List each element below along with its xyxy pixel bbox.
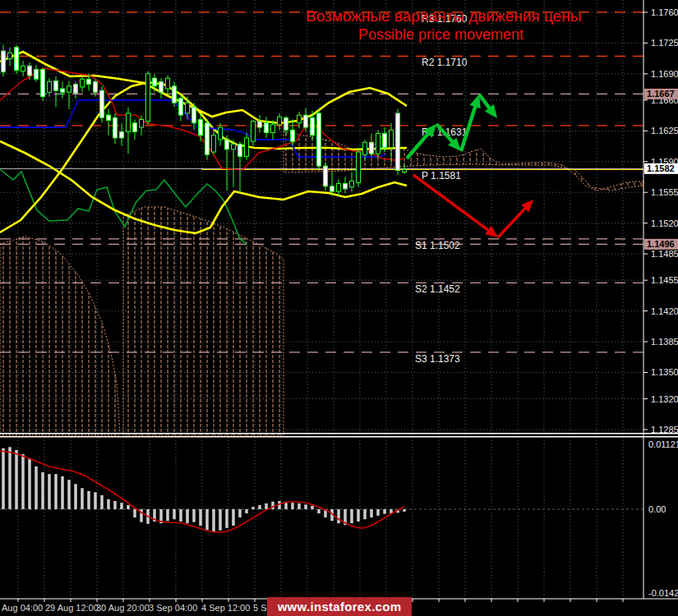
candle-body xyxy=(317,113,321,166)
candle-body xyxy=(179,99,183,115)
pivot-s1-label: S1 1.1502 xyxy=(415,240,460,251)
macd-histogram-bar xyxy=(258,505,261,509)
macd-histogram-bar xyxy=(205,509,209,530)
candle-body xyxy=(81,79,85,87)
candle-body xyxy=(133,123,137,132)
candle-body xyxy=(100,90,104,117)
time-tick-label: 29 Aug 12:00 xyxy=(45,603,99,613)
candle-body xyxy=(390,130,394,147)
macd-histogram-bar xyxy=(317,509,321,513)
macd-histogram-bar xyxy=(297,503,301,509)
annotation-title-en: Possible price movement xyxy=(358,26,523,44)
senkou-span-area xyxy=(123,207,284,435)
price-tick-label: 1.1760 xyxy=(651,7,678,17)
candle-body xyxy=(271,125,275,133)
candle-body xyxy=(186,103,190,113)
candle-body xyxy=(344,184,348,189)
price-tick-label: 1.1385 xyxy=(651,337,678,347)
candle-body xyxy=(127,113,131,131)
candle-body xyxy=(87,79,91,84)
candle-body xyxy=(291,130,295,141)
candle-body xyxy=(8,53,12,58)
price-tick-label: 1.1320 xyxy=(651,394,678,404)
macd-histogram-bar xyxy=(350,509,353,523)
candle-body xyxy=(370,142,374,154)
candle-body xyxy=(67,86,71,92)
candle-body xyxy=(337,184,341,192)
macd-histogram-bar xyxy=(357,509,360,522)
candle-body xyxy=(15,48,19,71)
macd-histogram-bar xyxy=(179,509,182,522)
panel-separator xyxy=(0,433,678,434)
macd-histogram-bar xyxy=(166,509,169,521)
candle-body xyxy=(383,134,387,148)
macd-histogram-bar xyxy=(311,506,314,509)
candle-body xyxy=(120,131,124,137)
candle-body xyxy=(219,127,223,140)
macd-histogram-bar xyxy=(127,505,130,509)
candle-body xyxy=(311,117,315,135)
candle-body xyxy=(297,115,302,123)
macd-histogram-bar xyxy=(199,509,202,526)
candle-body xyxy=(173,86,177,103)
macd-histogram-bar xyxy=(251,507,255,509)
candle-body xyxy=(107,115,111,120)
candle-body xyxy=(2,51,6,72)
price-tick-label: 1.1455 xyxy=(651,275,678,285)
candle-body xyxy=(278,117,282,125)
pivot-s2-label: S2 1.1452 xyxy=(415,283,460,295)
macd-histogram-bar xyxy=(212,509,215,532)
price-tick-label: 1.1725 xyxy=(651,38,678,48)
candle-body xyxy=(304,115,308,127)
price-chart-surface[interactable]: R3 1.1760R2 1.1710R1 1.1631P 1.1581S1 1.… xyxy=(0,0,678,616)
candle-body xyxy=(35,69,39,79)
candle-body xyxy=(238,144,242,156)
macd-scale-label: 0.01121 xyxy=(648,439,678,449)
macd-signal-line xyxy=(0,451,404,532)
candle-body xyxy=(48,81,52,92)
price-tick-label: 1.1690 xyxy=(651,69,678,79)
macd-histogram-bar xyxy=(225,509,228,528)
macd-histogram-bar xyxy=(48,474,51,509)
price-tick-label: 1.1285 xyxy=(651,425,678,434)
price-tick-label: 1.1555 xyxy=(651,187,678,197)
macd-histogram-bar xyxy=(245,509,248,513)
macd-histogram-bar xyxy=(370,509,373,517)
macd-histogram-bar xyxy=(15,450,18,509)
candle-body xyxy=(21,66,25,71)
macd-histogram-bar xyxy=(81,488,84,509)
candle-body xyxy=(232,144,236,149)
candle-body xyxy=(113,117,118,138)
macd-histogram-bar xyxy=(304,504,307,509)
macd-panel xyxy=(0,433,678,532)
macd-histogram-bar xyxy=(113,501,117,509)
macd-histogram-bar xyxy=(120,503,123,509)
candle-body xyxy=(159,81,164,92)
macd-histogram-bar xyxy=(232,509,235,526)
candle-body xyxy=(403,169,407,172)
candle-body xyxy=(258,122,262,127)
annotation-title-ru: Возможные варианты движения цены xyxy=(306,7,581,25)
candle-body xyxy=(199,119,203,135)
candle-body xyxy=(166,78,170,89)
macd-histogram-bar xyxy=(87,491,90,509)
candle-body xyxy=(350,181,354,186)
macd-histogram-bar xyxy=(271,502,274,509)
candle-body xyxy=(357,152,361,182)
candle-body xyxy=(153,78,157,86)
candle-body xyxy=(324,166,328,186)
candle-body xyxy=(94,81,98,92)
time-tick-label: 3 Sep 04:00 xyxy=(149,603,197,613)
bearish-scenario-arrow xyxy=(413,175,492,233)
macd-histogram-bar xyxy=(94,492,97,509)
pivot-p-label: P 1.1581 xyxy=(422,170,461,182)
pivot-r2-label: R2 1.1710 xyxy=(422,57,468,68)
macd-histogram-bar xyxy=(100,495,104,509)
macd-histogram-bar xyxy=(107,499,110,509)
broker-watermark[interactable]: www.instaforex.com xyxy=(267,597,412,616)
candle-body xyxy=(284,117,288,130)
panel-separator xyxy=(0,436,678,438)
macd-histogram-bar xyxy=(35,467,38,509)
candle-body xyxy=(330,186,334,191)
macd-histogram-bar xyxy=(74,484,77,509)
